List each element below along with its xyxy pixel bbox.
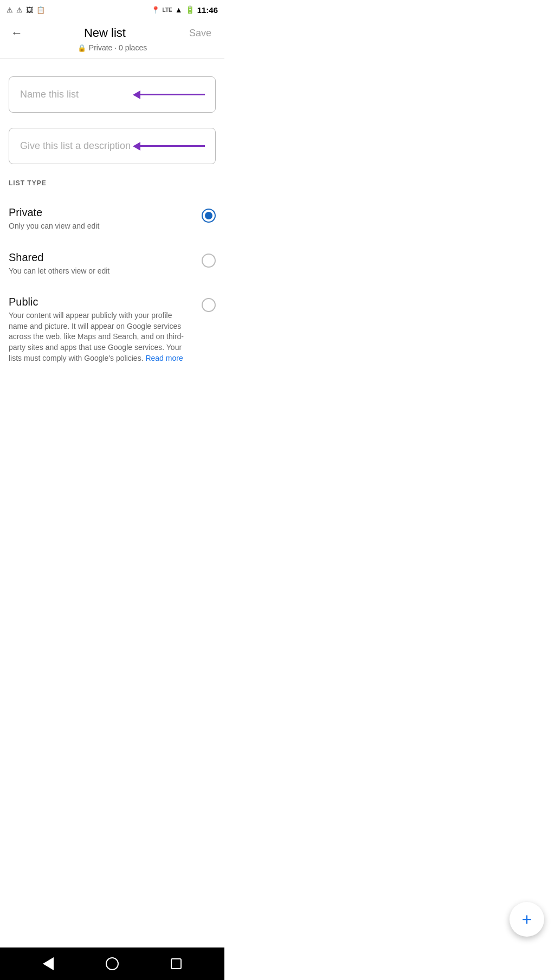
description-input[interactable] bbox=[9, 128, 216, 164]
back-button[interactable]: ← bbox=[9, 24, 25, 42]
option-public[interactable]: Public Your content will appear publicly… bbox=[9, 286, 216, 373]
battery-icon: 🔋 bbox=[185, 5, 195, 14]
option-public-desc: Your content will appear publicly with y… bbox=[9, 310, 193, 364]
lte-icon: LTE bbox=[163, 7, 172, 13]
page-title: New list bbox=[25, 26, 185, 40]
option-shared[interactable]: Shared You can let others view or edit bbox=[9, 242, 216, 287]
option-public-text: Public Your content will appear publicly… bbox=[9, 296, 193, 364]
nav-back-button[interactable] bbox=[36, 952, 60, 976]
document-icon: 📋 bbox=[36, 6, 45, 14]
subtitle-text: Private · 0 places bbox=[89, 43, 147, 52]
app-bar: ← New list Save 🔒 Private · 0 places bbox=[0, 20, 224, 59]
radio-public[interactable] bbox=[202, 298, 216, 312]
save-button[interactable]: Save bbox=[185, 25, 216, 41]
list-type-options: Private Only you can view and edit Share… bbox=[9, 197, 216, 373]
option-shared-title: Shared bbox=[9, 251, 193, 264]
back-triangle-icon bbox=[43, 957, 54, 970]
description-input-wrapper bbox=[9, 128, 216, 164]
bottom-nav bbox=[0, 947, 224, 980]
recents-square-icon bbox=[171, 958, 182, 969]
option-private-text: Private Only you can view and edit bbox=[9, 206, 193, 232]
option-private-title: Private bbox=[9, 206, 193, 219]
warning-icon-2: ⚠ bbox=[16, 6, 23, 14]
lock-icon: 🔒 bbox=[78, 44, 86, 52]
image-icon: 🖼 bbox=[26, 6, 33, 14]
status-bar: ⚠ ⚠ 🖼 📋 📍 LTE ▲ 🔋 11:46 bbox=[0, 0, 224, 20]
status-icons-right: 📍 LTE ▲ 🔋 11:46 bbox=[151, 5, 218, 15]
status-icons-left: ⚠ ⚠ 🖼 📋 bbox=[7, 6, 45, 14]
app-bar-row: ← New list Save bbox=[9, 24, 216, 42]
nav-recents-button[interactable] bbox=[164, 952, 188, 976]
option-shared-desc: You can let others view or edit bbox=[9, 266, 193, 277]
name-input[interactable] bbox=[9, 76, 216, 113]
name-input-wrapper bbox=[9, 76, 216, 113]
option-private[interactable]: Private Only you can view and edit bbox=[9, 197, 216, 242]
warning-icon-1: ⚠ bbox=[7, 6, 13, 14]
home-circle-icon bbox=[106, 957, 119, 970]
location-icon: 📍 bbox=[151, 6, 160, 14]
list-type-section: LIST TYPE Private Only you can view and … bbox=[9, 179, 216, 373]
content-area: LIST TYPE Private Only you can view and … bbox=[0, 59, 224, 384]
signal-icon: ▲ bbox=[175, 5, 183, 14]
clock: 11:46 bbox=[197, 5, 218, 15]
section-title: LIST TYPE bbox=[9, 179, 216, 187]
radio-shared[interactable] bbox=[202, 254, 216, 268]
nav-home-button[interactable] bbox=[100, 952, 124, 976]
option-private-desc: Only you can view and edit bbox=[9, 221, 193, 232]
option-shared-text: Shared You can let others view or edit bbox=[9, 251, 193, 277]
radio-private[interactable] bbox=[202, 209, 216, 223]
option-public-title: Public bbox=[9, 296, 193, 308]
app-bar-subtitle: 🔒 Private · 0 places bbox=[78, 43, 147, 52]
read-more-link[interactable]: Read more bbox=[145, 354, 183, 362]
